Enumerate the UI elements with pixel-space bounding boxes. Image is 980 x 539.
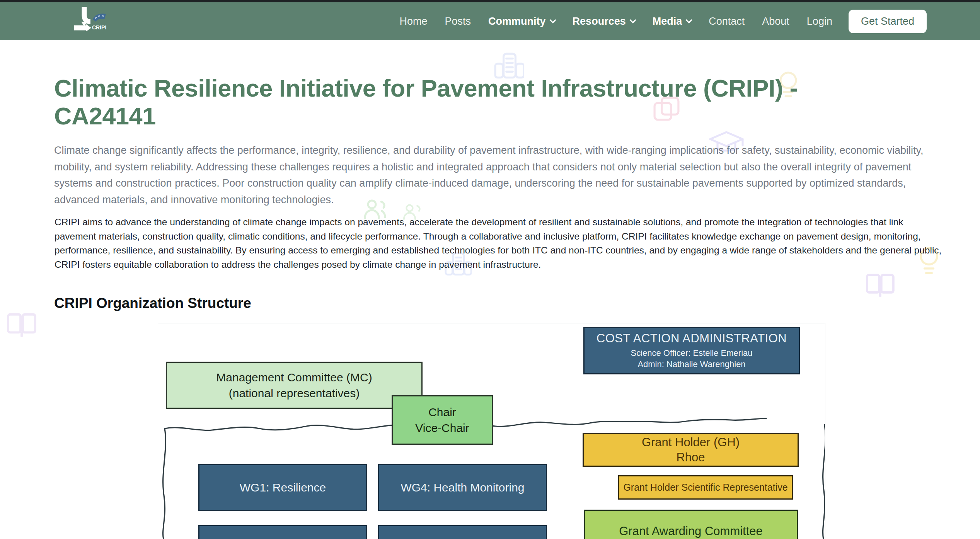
intro-paragraph-2: CRIPI aims to advance the understanding …	[55, 215, 944, 272]
box-management-committee: Management Committee (MC) (national repr…	[166, 362, 423, 409]
nav-item-media[interactable]: Media	[653, 15, 692, 27]
gh-rep-label: Grant Holder Scientific Representative	[623, 482, 787, 493]
nav-item-resources[interactable]: Resources	[573, 15, 635, 27]
nav-item-contact[interactable]: Contact	[709, 15, 745, 27]
grant-holder-line1: Grant Holder (GH)	[642, 435, 740, 450]
svg-text:CRIPI: CRIPI	[92, 24, 106, 31]
open-book-icon	[6, 311, 37, 338]
cripi-logo-icon: CRIPI	[70, 5, 114, 37]
grant-holder-line2: Rhoe	[676, 450, 705, 465]
wg1-label: WG1: Resilience	[240, 481, 326, 494]
chevron-down-icon	[549, 17, 556, 24]
box-wg-cutoff-left	[198, 525, 367, 539]
nav-item-resources-label: Resources	[573, 15, 626, 27]
cost-admin-admin: Admin: Nathalie Warenghien	[637, 359, 745, 370]
navbar: CRIPI Home Posts Community Resources Med…	[0, 2, 980, 40]
page-title: Climatic Resilience Initiative for Pavem…	[54, 74, 874, 130]
nav-item-home[interactable]: Home	[400, 15, 428, 27]
cost-admin-title: COST ACTION ADMINISTRATION	[597, 332, 787, 345]
chair-line2: Vice-Chair	[415, 420, 469, 436]
box-cost-action-administration: COST ACTION ADMINISTRATION Science Offic…	[583, 327, 800, 374]
box-grant-holder: Grant Holder (GH) Rhoe	[583, 433, 799, 467]
nav-item-login[interactable]: Login	[807, 15, 832, 27]
box-chair-vice-chair: Chair Vice-Chair	[392, 395, 493, 445]
box-grant-awarding-committee: Grant Awarding Committee	[584, 510, 798, 539]
get-started-button[interactable]: Get Started	[849, 10, 927, 33]
org-chart: COST ACTION ADMINISTRATION Science Offic…	[158, 323, 825, 539]
nav-item-community[interactable]: Community	[488, 15, 555, 27]
chevron-down-icon	[629, 17, 636, 24]
box-wg-cutoff-right	[378, 525, 547, 539]
chair-line1: Chair	[428, 404, 456, 420]
mc-line2: (national representatives)	[229, 385, 360, 401]
site-logo[interactable]: CRIPI	[70, 5, 114, 37]
nav-item-media-label: Media	[653, 15, 682, 27]
wg4-label: WG4: Health Monitoring	[401, 481, 524, 494]
box-grant-holder-scientific-representative: Grant Holder Scientific Representative	[618, 475, 793, 500]
nav-item-about[interactable]: About	[762, 15, 789, 27]
mc-line1: Management Committee (MC)	[216, 369, 372, 385]
section-heading-organization-structure: CRIPI Organization Structure	[54, 295, 251, 311]
open-book-icon	[865, 272, 895, 298]
chevron-down-icon	[686, 17, 692, 24]
box-wg4-health-monitoring: WG4: Health Monitoring	[378, 464, 547, 511]
cost-admin-science-officer: Science Officer: Estelle Emeriau	[631, 347, 752, 359]
intro-paragraph-1: Climate change significantly affects the…	[54, 142, 936, 208]
nav-menu: Home Posts Community Resources Media Con…	[400, 15, 832, 27]
nav-item-community-label: Community	[488, 15, 546, 27]
box-wg1-resilience: WG1: Resilience	[198, 464, 367, 511]
grant-awarding-label: Grant Awarding Committee	[619, 524, 763, 538]
nav-item-posts[interactable]: Posts	[445, 15, 471, 27]
